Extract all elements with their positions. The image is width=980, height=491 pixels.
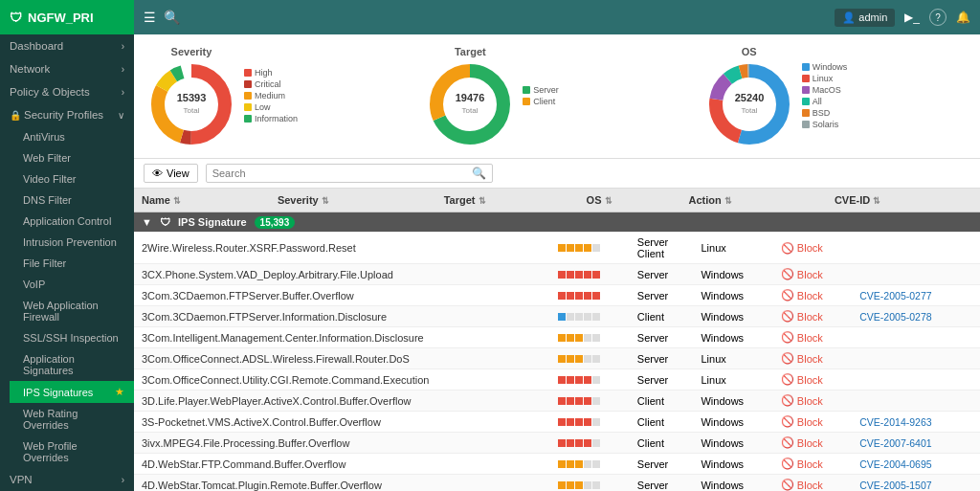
cell-os: Linux — [693, 369, 772, 391]
sidebar-item-voip[interactable]: VoIP — [10, 274, 134, 295]
sidebar-item-webprofile[interactable]: Web Profile Overrides — [10, 435, 134, 468]
group-label: IPS Signature — [178, 216, 247, 228]
sidebar-item-appcontrol[interactable]: Application Control — [10, 211, 134, 232]
cell-os: Windows — [693, 454, 772, 475]
cve-link[interactable]: CVE-2005-1507 — [859, 480, 931, 491]
cve-link[interactable]: CVE-2005-0277 — [859, 290, 931, 301]
block-icon: 🚫 — [781, 415, 794, 428]
cell-action: 🚫 Block — [773, 233, 852, 264]
sort-icon: ⇅ — [173, 196, 181, 206]
cell-cve — [852, 369, 980, 391]
sidebar-item-webrating[interactable]: Web Rating Overrides — [10, 403, 134, 435]
svg-text:Total: Total — [462, 106, 479, 115]
hamburger-icon[interactable]: ☰ — [144, 10, 156, 25]
table-row: 3Com.3CDaemon.FTPServer.Buffer.OverflowS… — [134, 285, 980, 306]
cell-os: Windows — [693, 306, 772, 327]
sidebar-item-filefilter[interactable]: File Filter — [10, 253, 134, 274]
col-severity[interactable]: Severity ⇅ — [270, 189, 436, 212]
sidebar-item-webfilter[interactable]: Web Filter — [10, 147, 134, 168]
sidebar-item-ssl[interactable]: SSL/SSH Inspection — [10, 327, 134, 348]
cell-action: 🚫 Block — [773, 475, 852, 492]
cell-os: Windows — [693, 285, 772, 306]
sidebar-item-policy[interactable]: Policy & Objects › — [0, 80, 134, 103]
lock-icon: 🔒 — [10, 110, 21, 121]
sidebar-item-ips-signatures[interactable]: IPS Signatures ★ — [10, 381, 134, 403]
sidebar-item-ips[interactable]: Intrusion Prevention — [10, 232, 134, 253]
cell-name: 4D.WebStar.FTP.Command.Buffer.Overflow — [134, 454, 550, 475]
sidebar-item-waf[interactable]: Web Application Firewall — [10, 295, 134, 327]
sidebar-item-antivirus[interactable]: AntiVirus — [10, 126, 134, 147]
security-profiles-label: Security Profiles — [24, 109, 103, 121]
cell-severity — [550, 285, 630, 306]
top-bar: ☰ 🔍 👤 admin ▶_ ? 🔔 — [134, 0, 980, 34]
sidebar-item-dashboard[interactable]: Dashboard › — [0, 34, 134, 57]
sidebar-item-dnsfilter[interactable]: DNS Filter — [10, 190, 134, 211]
sidebar-item-security-profiles[interactable]: 🔒 Security Profiles ∨ — [0, 103, 134, 126]
data-table: 2Wire.Wireless.Router.XSRF.Password.Rese… — [134, 233, 980, 491]
block-icon: 🚫 — [781, 268, 794, 280]
svg-text:15393: 15393 — [177, 92, 207, 103]
cell-target: Client — [630, 412, 694, 433]
sidebar-header: 🛡 NGFW_PRI — [0, 0, 134, 34]
sidebar: 🛡 NGFW_PRI Dashboard › Network › Policy … — [0, 0, 134, 491]
cell-name: 2Wire.Wireless.Router.XSRF.Password.Rese… — [134, 233, 550, 264]
target-legend: Server Client — [523, 85, 559, 108]
chevron-right-icon: › — [122, 87, 124, 98]
sort-icon: ⇅ — [322, 196, 329, 206]
cve-link[interactable]: CVE-2007-6401 — [859, 437, 931, 449]
cell-name: 3Com.3CDaemon.FTPServer.Information.Disc… — [134, 306, 550, 327]
cell-name: 3Com.OfficeConnect.ADSL.Wireless.Firewal… — [134, 348, 550, 369]
sidebar-item-network[interactable]: Network › — [0, 57, 134, 80]
col-name[interactable]: Name ⇅ — [134, 189, 270, 212]
block-icon: 🚫 — [781, 289, 794, 301]
col-cve[interactable]: CVE-ID ⇅ — [827, 189, 980, 212]
cell-os: Linux — [693, 348, 772, 369]
col-os[interactable]: OS ⇅ — [579, 189, 681, 212]
target-chart: Target 19476 Total Server Client — [427, 44, 686, 148]
search-input[interactable] — [212, 167, 472, 179]
os-chart-title: OS — [742, 46, 757, 57]
toolbar: 👁 View 🔍 — [134, 159, 980, 189]
col-action[interactable]: Action ⇅ — [680, 189, 826, 212]
cve-link[interactable]: CVE-2004-0695 — [859, 458, 931, 470]
policy-label: Policy & Objects — [10, 86, 90, 98]
search-icon[interactable]: 🔍 — [164, 10, 180, 25]
cve-link[interactable]: CVE-2014-9263 — [859, 416, 931, 428]
table-row: 3ivx.MPEG4.File.Processing.Buffer.Overfl… — [134, 433, 980, 454]
bell-icon[interactable]: 🔔 — [956, 11, 970, 24]
sidebar-item-videofilter[interactable]: Video Filter — [10, 168, 134, 190]
search-box[interactable]: 🔍 — [206, 164, 493, 183]
cell-target: Server — [630, 285, 694, 306]
block-icon: 🚫 — [781, 352, 794, 365]
cve-link[interactable]: CVE-2005-0278 — [859, 311, 931, 323]
search-submit-icon[interactable]: 🔍 — [472, 167, 486, 180]
sidebar-logo: 🛡 — [10, 11, 22, 25]
os-legend: Windows Linux MacOS All BSD Solaris — [802, 62, 848, 131]
network-label: Network — [10, 63, 50, 75]
cell-severity — [550, 433, 630, 454]
block-icon: 🚫 — [781, 458, 794, 470]
block-icon: 🚫 — [781, 331, 794, 344]
cell-name: 3ivx.MPEG4.File.Processing.Buffer.Overfl… — [134, 433, 550, 454]
col-target[interactable]: Target ⇅ — [436, 189, 579, 212]
sidebar-item-vpn[interactable]: VPN › — [0, 468, 134, 491]
severity-legend: High Critical Medium Low Information — [244, 68, 298, 125]
terminal-icon[interactable]: ▶_ — [904, 11, 920, 24]
star-icon: ★ — [115, 386, 124, 398]
svg-text:19476: 19476 — [456, 92, 485, 103]
help-icon[interactable]: ? — [929, 9, 947, 26]
security-profiles-submenu: AntiVirus Web Filter Video Filter DNS Fi… — [0, 126, 134, 468]
user-icon[interactable]: 👤 admin — [835, 9, 895, 27]
cell-action: 🚫 Block — [773, 327, 852, 348]
table-row: 3Com.OfficeConnect.ADSL.Wireless.Firewal… — [134, 348, 980, 369]
chevron-right-icon: › — [122, 41, 124, 52]
group-expand-icon[interactable]: ▼ — [142, 216, 152, 228]
cell-target: Client — [630, 433, 694, 454]
cell-name: 3Com.OfficeConnect.Utility.CGI.Remote.Co… — [134, 369, 550, 391]
cell-action: 🚫 Block — [773, 391, 852, 412]
table-row: 3Com.OfficeConnect.Utility.CGI.Remote.Co… — [134, 369, 980, 391]
sidebar-item-appsigs[interactable]: Application Signatures — [10, 348, 134, 381]
charts-area: Severity 15393 Total High Critical Mediu… — [134, 34, 980, 159]
view-button[interactable]: 👁 View — [144, 164, 198, 183]
cell-cve — [852, 391, 980, 412]
